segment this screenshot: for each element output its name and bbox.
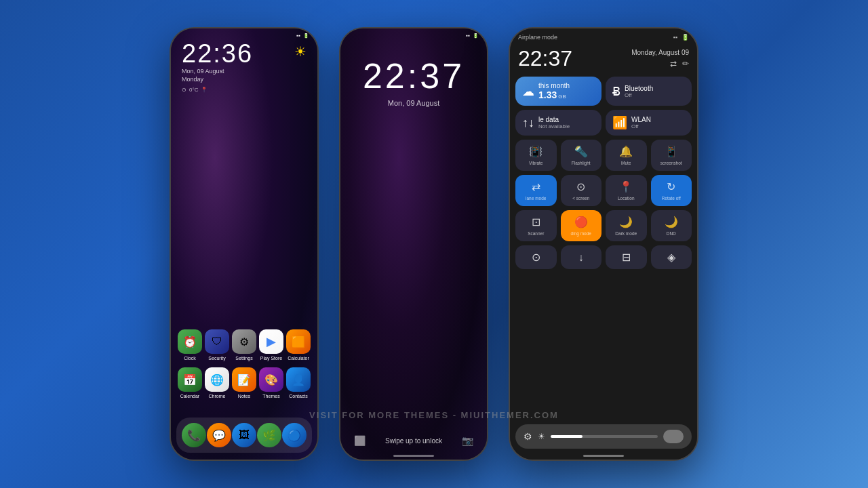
camera-icon[interactable]: 📷 [462,435,473,446]
dnd-icon: 🌙 [665,216,678,228]
toggle-rotate[interactable]: ↻ Rotate off [651,175,692,206]
dnd-label: DND [667,231,676,236]
app-calculator[interactable]: 🟧 Calculator [285,329,311,361]
app-clock[interactable]: ⏰ Clock [177,329,203,361]
vibrate-label: Vibrate [529,161,542,165]
app-settings[interactable]: ⚙ Settings [231,329,257,361]
app-chrome[interactable]: 🌐 Chrome [204,367,230,399]
app-playstore[interactable]: ▶ Play Store [258,329,284,361]
dock-appvault-icon[interactable]: 🔵 [282,423,307,447]
battery-cc-icon: 🔋 [682,34,689,41]
brightness-slider-track[interactable] [551,435,658,438]
mute-icon: 🔔 [619,145,633,158]
data-tile-text: this month 1.33 GB [538,82,595,100]
airplane-mode-label: Airplane mode [518,34,557,41]
cc-wlan-tile[interactable]: 📶 WLAN Off [606,110,692,136]
misc2-icon: ↓ [578,251,584,264]
contacts-app-icon: 👤 [286,367,311,392]
rotate-label: Rotate off [662,196,681,201]
app-security[interactable]: 🛡 Security [204,329,230,361]
status-bar-phone2: ▪▪ 🔋 [340,28,487,43]
toggle-misc1[interactable]: ⊙ [515,245,557,269]
dingmode-label: ding mode [571,231,591,236]
calculator-app-icon: 🟧 [286,329,311,354]
settings-gear-icon[interactable]: ⚙ [524,431,532,442]
cc-bottom-brightness-bar[interactable]: ⚙ ☀ [515,424,692,449]
toggle-darkmode[interactable]: 🌙 Dark mode [606,210,647,241]
chrome-app-label: Chrome [209,394,226,399]
toggle-dingmode[interactable]: 🔴 ding mode [561,210,602,241]
date-line1-phone1: Mon, 09 August [182,68,253,75]
vibrate-icon: 📳 [529,145,542,158]
dock-messages-icon[interactable]: 💬 [207,423,231,447]
misc4-icon: ◈ [667,251,675,264]
battery-icon: 🔋 [303,33,309,39]
toggle-flashlight[interactable]: 🔦 Flashlight [561,140,602,171]
toggle-location[interactable]: 📍 Location [606,175,647,206]
toggle-screenshot[interactable]: 📱 screenshot [651,140,692,171]
dock-phone1: 📞 💬 🖼 🌿 🔵 [176,418,312,453]
playstore-app-icon: ▶ [259,329,283,354]
clock-app-label: Clock [184,356,196,361]
lanemode-icon: ⇄ [532,180,540,193]
mobiledata-icon: ↑↓ [522,116,534,130]
toggle-mute[interactable]: 🔔 Mute [606,140,647,171]
toggle-scanner[interactable]: ⊡ Scanner [515,210,557,241]
app-calendar[interactable]: 📅 Calendar [177,367,203,399]
wlan-tile-title: WLAN [631,116,685,123]
weather-value: 0°C [189,87,198,93]
toggle-misc3[interactable]: ⊟ [606,245,647,269]
dock-phone-icon[interactable]: 📞 [182,423,206,447]
misc3-icon: ⊟ [622,251,631,264]
phone3-controlcenter: Airplane mode ▪▪ 🔋 22:37 Monday, August … [509,27,698,461]
toggle-misc4[interactable]: ◈ [651,245,692,269]
wlan-tile-status: Off [631,123,685,129]
toggle-dnd[interactable]: 🌙 DND [651,210,692,241]
toggle-lanemode[interactable]: ⇄ lane mode [515,175,557,206]
misc1-icon: ⊙ [532,251,540,264]
toggle-vibrate[interactable]: 📳 Vibrate [515,140,557,171]
darkmode-label: Dark mode [615,231,637,236]
app-themes[interactable]: 🎨 Themes [258,367,284,399]
cc-mobiledata-tile[interactable]: ↑↓ le data Not available [515,110,601,136]
weather-sun-icon: ☀ [294,43,307,60]
dock-photos-icon[interactable]: 🌿 [257,423,281,447]
lanemode-label: lane mode [526,196,546,201]
screenshot-label: screenshot [660,161,682,165]
swipe-text[interactable]: Swipe up to unlock [366,437,462,445]
contacts-app-label: Contacts [289,394,308,399]
calculator-app-label: Calculator [288,356,309,361]
toggle-screen[interactable]: ⊙ < screen [561,175,602,206]
app-contacts[interactable]: 👤 Contacts [285,367,311,399]
bt-tile-title: Bluetooth [625,85,685,92]
calendar-app-icon: 📅 [178,367,202,392]
dock-gallery-icon[interactable]: 🖼 [232,423,256,447]
weather-temp: ⊙ [182,87,186,93]
cc-time-row: 22:37 Monday, August 09 ⇄ ✏ [510,43,697,77]
swipe-bar: ⬜ Swipe up to unlock 📷 [340,435,487,446]
cc-data-tile[interactable]: ☁ this month 1.33 GB [515,77,601,106]
scanner-icon: ⊡ [532,216,540,228]
location-label: Location [618,196,635,201]
app-notes[interactable]: 📝 Notes [231,367,257,399]
toggle-misc2[interactable]: ↓ [561,245,602,269]
cc-date-block: Monday, August 09 ⇄ ✏ [631,49,689,68]
mdata-tile-status: Not available [538,123,595,129]
cc-toggle-grid-3: ⊡ Scanner 🔴 ding mode 🌙 Dark mode 🌙 DND [510,210,697,241]
cc-bluetooth-tile[interactable]: Ƀ Bluetooth Off [606,77,692,106]
brightness-slider-fill [551,435,583,438]
mute-label: Mute [621,161,631,165]
screenshot-icon: 📱 [665,145,678,158]
cc-tiles-row1: ☁ this month 1.33 GB Ƀ Bluetooth Off [510,77,697,106]
cc-header-icons: ▪▪ 🔋 [673,34,689,41]
rotate-icon: ↻ [667,180,675,193]
data-tile-title: this month [538,82,595,89]
brightness-slider-handle[interactable] [663,430,684,443]
battery-icon-p2: 🔋 [473,33,479,39]
security-app-icon: 🛡 [205,329,229,354]
cc-toggle-grid-4: ⊙ ↓ ⊟ ◈ [510,245,697,269]
themes-app-label: Themes [262,394,279,399]
wlan-tile-text: WLAN Off [631,116,685,129]
settings-app-label: Settings [235,356,252,361]
control-center: Airplane mode ▪▪ 🔋 22:37 Monday, August … [510,28,697,460]
